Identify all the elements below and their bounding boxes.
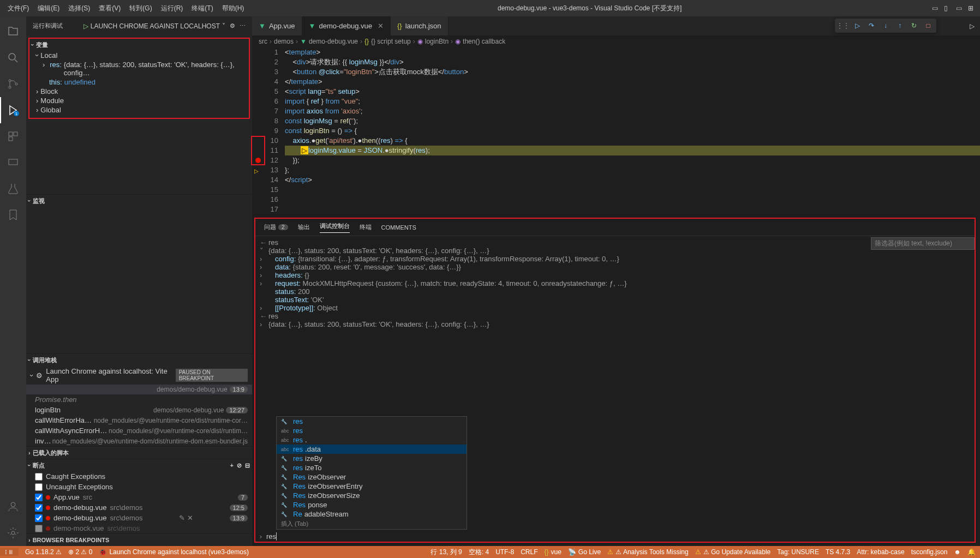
status-tag[interactable]: Tag: UNSURE [777,548,819,556]
status-analysis[interactable]: ⚠⚠ Analysis Tools Missing [607,548,689,556]
suggest-widget[interactable]: 🔧resabcresabcres.abcres.data🔧resizeBy🔧re… [276,416,467,530]
tab-demo-debug[interactable]: ▼demo-debug.vue✕ [302,16,391,35]
close-tab-icon[interactable]: ✕ [378,22,384,30]
breakpoint-checkbox[interactable] [35,504,43,512]
callstack-frame[interactable]: callWithAsyncErrorHandlingnode_modules/@… [26,425,252,436]
status-debug-target[interactable]: 🐞 Launch Chrome against localhost (vue3-… [99,548,248,556]
menu-terminal[interactable]: 终端(T) [188,2,216,15]
callstack-frame[interactable]: invokernode_modules/@vue/runtime-dom/dis… [26,436,252,446]
console-input[interactable]: res [255,531,975,542]
layout-icon-1[interactable]: ▭ [932,4,940,12]
layout-icon-4[interactable]: ⊞ [968,4,976,12]
console-line[interactable]: ←res [260,238,970,247]
callstack-frame[interactable]: loginBtndemos/demo-debug.vue12:27 [26,405,252,415]
stop-icon[interactable]: □ [922,20,934,32]
browser-bp-section[interactable]: BROWSER BREAKPOINTS [26,533,252,546]
status-go-update[interactable]: ⚠⚠ Go Update Available [695,548,771,556]
var-scope-global[interactable]: Global [29,105,249,115]
status-encoding[interactable]: UTF-8 [495,548,514,556]
drag-handle-icon[interactable]: ⋮⋮ [837,20,849,32]
debug-console[interactable]: ←res˅{data: {…}, status: 200, statusText… [255,236,975,542]
panel-tab-comments[interactable]: COMMENTS [381,224,416,231]
suggest-item[interactable]: abcres.data [277,445,467,454]
menu-select[interactable]: 选择(S) [65,2,93,15]
console-line[interactable]: ←res [260,312,970,320]
console-line[interactable]: status: 200 [260,287,970,296]
console-line[interactable]: ›config: {transitional: {…}, adapter: ƒ,… [260,255,970,263]
status-ts[interactable]: TS 4.7.3 [826,548,850,556]
console-line[interactable]: ›headers: {} [260,271,970,279]
status-attr[interactable]: Attr: kebab-case [857,548,904,556]
console-line[interactable]: statusText: 'OK' [260,296,970,304]
console-line[interactable]: ›request: MockXMLHttpRequest {custom: {…… [260,279,970,287]
menu-go[interactable]: 转到(G) [126,2,155,15]
suggest-item[interactable]: abcres [277,426,467,435]
search-icon[interactable] [0,45,26,71]
menu-run[interactable]: 运行(R) [158,2,187,15]
step-over-icon[interactable]: ↷ [865,20,877,32]
watch-section[interactable]: 监视 [26,194,252,207]
gear-icon[interactable]: ⚙ [230,22,235,29]
var-scope-module[interactable]: Module [29,96,249,105]
source-control-icon[interactable] [0,71,26,97]
layout-icon-3[interactable]: ▭ [956,4,964,12]
panel-tab-problems[interactable]: 问题2 [264,223,288,231]
suggest-item[interactable]: 🔧resizeBy [277,454,467,463]
suggest-item[interactable]: 🔧ReadableStream [277,509,467,519]
status-remote[interactable]: ⫶⫴ [0,548,19,556]
breakpoint-row[interactable]: App.vuesrc7 [26,492,252,502]
breakpoint-row[interactable]: demo-mock.vuesrc\demos [26,523,252,533]
bookmark-icon[interactable] [0,202,26,228]
remote-icon[interactable] [0,149,26,176]
status-go-live[interactable]: 📡 Go Live [568,548,601,556]
var-scope-block[interactable]: Block [29,87,249,96]
var-row[interactable]: res:{data: {…}, status: 200, statusText:… [29,60,249,77]
status-indent[interactable]: 空格: 4 [469,548,489,557]
add-bp-icon[interactable]: + [230,462,234,469]
tab-app-vue[interactable]: ▼App.vue [252,16,302,35]
panel-tab-terminal[interactable]: 终端 [360,223,372,231]
breakpoint-row[interactable]: demo-debug.vuesrc\demos✎ ✕13:9 [26,513,252,523]
more-icon[interactable]: ⋯ [240,22,246,29]
callstack-header[interactable]: 调用堆栈 [26,354,252,366]
menu-help[interactable]: 帮助(H) [219,2,248,15]
continue-icon[interactable]: ▷ [851,20,863,32]
run-debug-icon[interactable]: 1 [0,97,26,123]
console-line[interactable]: ›data: {status: 200, reset: '0', message… [260,263,970,271]
code-editor[interactable]: ▷ 1234567891011121314151617 <template> <… [252,47,980,214]
breakpoint-row[interactable]: demo-debug.vuesrc\demos12:5 [26,502,252,513]
status-bell-icon[interactable]: 🔔 [967,548,976,556]
suggest-item[interactable]: 🔧ResizeObserverEntry [277,482,467,491]
suggest-item[interactable]: abcres. [277,435,467,445]
toggle-bp-icon[interactable]: ⊘ [237,462,242,469]
status-language[interactable]: {}vue [544,548,561,556]
var-scope-local[interactable]: Local [29,51,249,60]
breakpoint-row[interactable]: Caught Exceptions [26,471,252,482]
breakpoints-header[interactable]: 断点 + ⊘ ⊟ [26,459,252,471]
settings-icon[interactable] [0,520,26,546]
callstack-config[interactable]: ⚙Launch Chrome against localhost: Vite A… [26,366,252,385]
breadcrumb[interactable]: src› demos› ▼demo-debug.vue› {}{} script… [252,35,980,47]
callstack-frame[interactable]: callWithErrorHandlingnode_modules/@vue/r… [26,415,252,425]
callstack-frame[interactable]: Promise.then [26,394,252,405]
breakpoint-checkbox[interactable] [35,525,43,532]
status-eol[interactable]: CRLF [521,548,537,556]
remove-all-bp-icon[interactable]: ⊟ [245,462,250,469]
menu-file[interactable]: 文件(F) [4,2,32,15]
status-feedback-icon[interactable]: ☻ [954,548,961,556]
status-go-version[interactable]: Go 1.18.2 ⚠ [25,548,62,556]
step-into-icon[interactable]: ↓ [880,20,892,32]
filter-input[interactable]: 筛选器(例如 text, !exclude) [871,237,975,250]
breakpoint-checkbox[interactable] [35,473,43,481]
callstack-frame[interactable]: demos/demo-debug.vue13:9 [26,385,252,394]
panel-tab-output[interactable]: 输出 [298,223,310,231]
run-code-icon[interactable]: ▷ [970,22,975,30]
panel-tab-debug-console[interactable]: 调试控制台 [320,222,350,233]
breakpoint-row[interactable]: Uncaught Exceptions [26,482,252,492]
tab-launch-json[interactable]: {}launch.json [391,16,448,35]
variables-section-header[interactable]: 变量 [29,39,249,51]
var-row[interactable]: this:undefined [29,77,249,87]
suggest-item[interactable]: 🔧res [277,417,467,426]
extensions-icon[interactable] [0,123,26,149]
suggest-item[interactable]: 🔧resizeTo [277,463,467,472]
